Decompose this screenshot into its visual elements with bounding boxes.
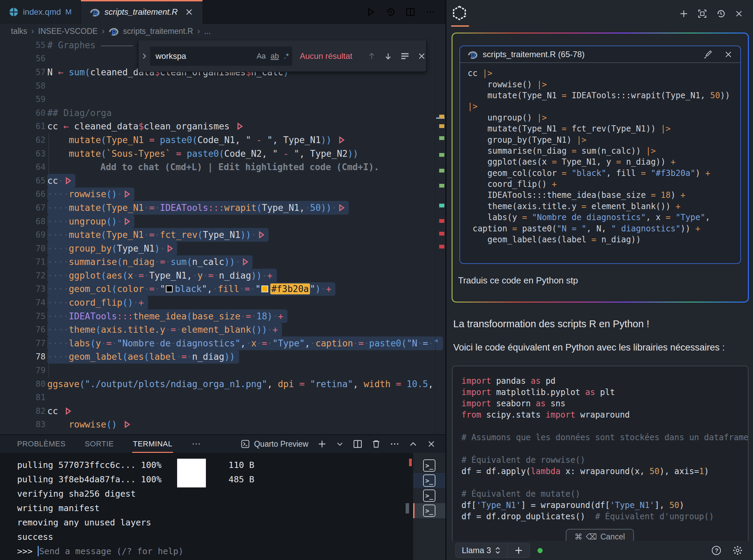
code-line[interactable]: 75····IDEATools:::theme_idea(base_size·=…	[0, 309, 435, 323]
code-line[interactable]: 62 mutate(Type_N1 = paste0(Code_N1, " - …	[0, 133, 435, 147]
close-panel-icon[interactable]	[427, 440, 436, 448]
code-line[interactable]: 61cc ← cleaned_data$clean_organismes	[0, 120, 435, 133]
python-code-line: df = df.drop_duplicates() # Équivalent d…	[461, 511, 739, 522]
help-icon[interactable]: ?	[711, 545, 721, 556]
terminal-instance[interactable]: >_	[413, 488, 445, 503]
code-line[interactable]: 63 mutate(`Sous-Types` = paste0(Code_N2,…	[0, 147, 435, 161]
kill-terminal-icon[interactable]	[371, 439, 381, 449]
ruler-mark	[439, 219, 444, 223]
run-file-icon[interactable]	[366, 7, 375, 17]
card-code-line: ungroup() |>	[468, 112, 733, 123]
tab-scripts-traitement[interactable]: R scripts_traitement.R	[81, 0, 202, 24]
fullscreen-icon[interactable]	[698, 9, 707, 18]
model-selector[interactable]: Llama 3	[455, 543, 530, 558]
code-line[interactable]: 83 rowwise()	[0, 418, 435, 432]
code-line[interactable]: 59	[0, 92, 435, 106]
code-line[interactable]: 78····geom_label(aes(label·=·n_diag))	[0, 350, 435, 364]
terminal-instance-active[interactable]: >_	[413, 503, 445, 518]
toggle-replace-icon[interactable]	[138, 52, 150, 60]
more-actions-icon[interactable]	[390, 439, 399, 449]
split-editor-icon[interactable]	[406, 7, 415, 17]
code-line[interactable]: 69····mutate(Type_N1·=·fct_rev(Type_N1))…	[0, 228, 435, 242]
code-editor[interactable]: 55# Graphes ——————5657N ← sum(cleaned_da…	[0, 38, 445, 434]
ruler-mark	[439, 204, 444, 207]
breadcrumb-item[interactable]: talks	[11, 27, 27, 36]
find-query[interactable]: workspa	[156, 51, 252, 61]
whole-word-icon[interactable]: ab	[271, 52, 279, 61]
tab-label: scripts_traitement.R	[104, 7, 177, 17]
terminal-panel: PROBLÈMES SORTIE TERMINAL Quarto Preview	[0, 434, 445, 560]
code-line[interactable]: 80ggsave("./output/plots/ndiag_orga_n1.p…	[0, 377, 435, 391]
history-icon[interactable]	[716, 9, 726, 18]
card-code-line: |>	[468, 101, 733, 112]
terminal-profile-label[interactable]: Quarto Preview	[254, 440, 308, 449]
find-widget: workspa Aa ab .* Aucun résultat	[138, 40, 427, 72]
maximize-panel-icon[interactable]	[408, 439, 418, 449]
terminal-instance[interactable]: >_	[413, 473, 445, 488]
code-line[interactable]: 81	[0, 391, 435, 404]
python-code-line	[461, 477, 739, 488]
code-line[interactable]: 71····summarise(n_diag·=·sum(n_calc))·	[0, 255, 435, 269]
code-line[interactable]: 66····rowwise()·	[0, 188, 435, 201]
paintbrush-icon[interactable]	[703, 50, 712, 59]
updown-icon	[494, 546, 501, 555]
tab-problems[interactable]: PROBLÈMES	[17, 435, 65, 453]
python-code-line: df['Type_N1'] = wraparound(df['Type_N1']…	[461, 499, 739, 511]
code-line[interactable]: 64Add to chat (Cmd+L) | Edit highlighted…	[0, 160, 435, 174]
split-terminal-icon[interactable]	[353, 439, 362, 449]
more-tabs-icon[interactable]	[192, 435, 201, 453]
find-in-selection-icon[interactable]	[400, 51, 410, 61]
terminal-icon	[241, 440, 250, 448]
ruler-mark	[439, 169, 444, 173]
code-line[interactable]: 70····group_by(Type_N1)·	[0, 242, 435, 255]
chevron-right-icon: ›	[31, 26, 34, 36]
code-line[interactable]: 65cc·	[0, 174, 435, 188]
code-line[interactable]: 77····labs(y·=·"Nombre·de·diagnostics",·…	[0, 336, 435, 350]
code-line[interactable]: 67····mutate(Type_N1·=·IDEATools:::wrapi…	[0, 201, 435, 215]
close-panel-icon[interactable]	[735, 9, 743, 18]
settings-gear-icon[interactable]	[732, 545, 743, 556]
new-terminal-icon[interactable]	[317, 439, 327, 449]
find-input[interactable]: workspa Aa ab .*	[150, 47, 292, 66]
close-tab-icon[interactable]	[185, 8, 194, 16]
match-case-icon[interactable]: Aa	[257, 52, 266, 61]
terminal-instance[interactable]: >_	[413, 458, 445, 473]
card-code-line: rowwise() |>	[468, 79, 733, 90]
model-name[interactable]: Llama 3	[456, 546, 507, 555]
prev-match-icon[interactable]	[367, 52, 376, 61]
tab-output[interactable]: SORTIE	[85, 435, 114, 453]
quarto-icon	[9, 7, 18, 17]
breadcrumb[interactable]: talks › INSEE-VSCODE › R scripts_traitem…	[0, 24, 445, 38]
breadcrumb-item[interactable]: ...	[204, 27, 211, 36]
terminal-line: pulling 577073ffcc6c... 100% 110 B	[17, 458, 413, 472]
code-line[interactable]: 74····coord_flip()·+	[0, 296, 435, 309]
breadcrumb-item[interactable]: scripts_traitement.R	[123, 27, 193, 36]
status-dot	[538, 548, 543, 553]
code-card-header[interactable]: R scripts_traitement.R (65-78)	[460, 46, 740, 63]
code-line[interactable]: 79	[0, 364, 435, 377]
code-line[interactable]: 72····ggplot(aes(x·=·Type_N1,·y·=·n_diag…	[0, 269, 435, 282]
terminal-dropdown-icon[interactable]	[336, 440, 344, 448]
code-line[interactable]: 73····geom_col(color·=·"black",·fill·=·"…	[0, 282, 435, 296]
next-match-icon[interactable]	[384, 52, 393, 61]
remove-context-icon[interactable]	[724, 50, 733, 59]
code-line[interactable]: 76····theme(axis.title.y·=·element_blank…	[0, 323, 435, 336]
code-line[interactable]: 58	[0, 79, 435, 93]
code-line[interactable]: 82cc	[0, 404, 435, 418]
terminal-content[interactable]: pulling 577073ffcc6c... 100% 110 Bpullin…	[0, 453, 413, 560]
ruler-mark	[439, 184, 444, 188]
breadcrumb-item[interactable]: INSEE-VSCODE	[38, 27, 98, 36]
timeline-icon[interactable]	[386, 7, 395, 17]
more-actions-icon[interactable]	[425, 7, 435, 17]
svg-text:?: ?	[715, 547, 718, 554]
add-model-button[interactable]	[508, 546, 530, 555]
close-find-icon[interactable]	[417, 52, 426, 61]
tab-index-qmd[interactable]: index.qmd M	[0, 0, 81, 24]
code-line[interactable]: 68····ungroup()·	[0, 215, 435, 228]
new-session-icon[interactable]	[679, 9, 689, 18]
regex-icon[interactable]: .*	[284, 52, 289, 61]
code-line[interactable]: 60## Diag/orga	[0, 106, 435, 120]
card-code-line: ggplot(aes(x = Type_N1, y = n_diag)) +	[468, 156, 733, 167]
tab-terminal[interactable]: TERMINAL	[133, 435, 172, 453]
continue-logo-icon[interactable]	[453, 5, 466, 21]
